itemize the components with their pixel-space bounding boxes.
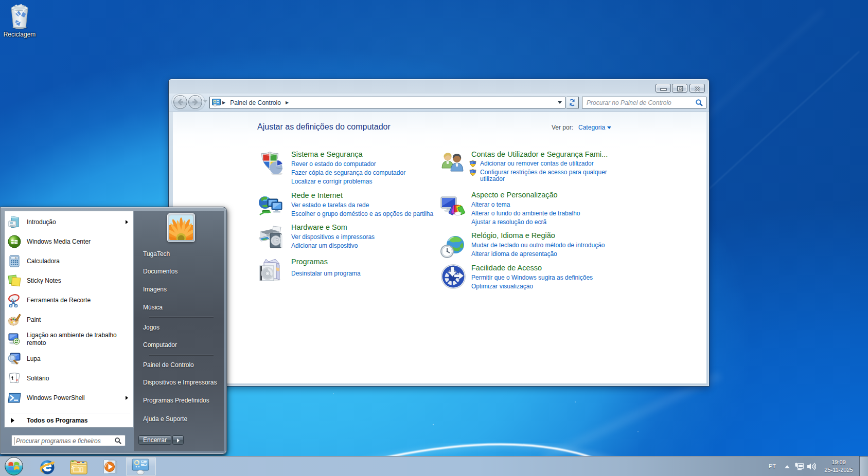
svg-text:0: 0 [15,257,16,260]
